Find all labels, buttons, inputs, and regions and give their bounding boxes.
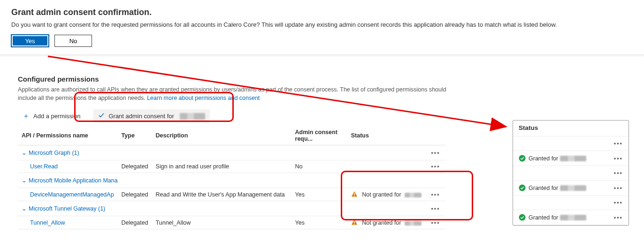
permission-row: DeviceManagementManagedAp Delegated Read…	[18, 188, 445, 201]
svg-rect-2	[354, 221, 354, 223]
permission-status	[347, 160, 426, 173]
permission-row: User.Read Delegated Sign in and read use…	[18, 160, 445, 173]
api-group-name[interactable]: Microsoft Mobile Application Mana	[29, 177, 118, 184]
svg-rect-0	[354, 193, 354, 195]
permission-type: Delegated	[118, 188, 152, 201]
plus-icon: ＋	[23, 112, 30, 121]
chevron-down-icon: ⌄	[22, 149, 27, 156]
warning-icon	[351, 191, 360, 198]
status-text: Not granted for	[362, 191, 401, 198]
permission-desc: Tunnel_Allow	[152, 216, 291, 229]
chevron-down-icon: ⌄	[22, 177, 27, 184]
section-title: Configured permissions	[18, 75, 644, 83]
success-icon	[519, 155, 529, 162]
api-group-name[interactable]: Microsoft Graph (1)	[29, 150, 79, 156]
permission-type: Delegated	[118, 216, 152, 229]
permission-desc: Read and Write the User's App Management…	[152, 188, 291, 201]
col-desc: Description	[152, 126, 291, 145]
no-button[interactable]: No	[54, 35, 92, 47]
svg-point-5	[519, 184, 525, 191]
more-icon[interactable]: •••	[426, 201, 445, 216]
col-status: Status	[347, 126, 426, 145]
dialog-button-row: Yes No	[11, 35, 633, 47]
chevron-down-icon: ⌄	[22, 205, 27, 212]
api-group-row[interactable]: ⌄Microsoft Graph (1) •••	[18, 145, 445, 160]
success-icon	[519, 184, 529, 191]
warning-icon	[351, 219, 360, 226]
status-text: Not granted for	[362, 219, 401, 226]
redacted-tenant-name	[560, 185, 586, 191]
check-icon	[98, 112, 105, 120]
svg-point-6	[519, 214, 525, 220]
status-text: Granted for	[529, 155, 558, 162]
learn-more-link[interactable]: Learn more about permissions and consent	[147, 95, 260, 101]
more-icon[interactable]: •••	[426, 145, 445, 160]
dialog-body: Do you want to grant consent for the req…	[11, 21, 633, 28]
more-icon[interactable]: •••	[614, 185, 623, 191]
api-group-row[interactable]: ⌄Microsoft Mobile Application Mana	[18, 173, 445, 188]
dialog-title: Grant admin consent confirmation.	[11, 8, 633, 17]
permission-link[interactable]: DeviceManagementManagedAp	[22, 191, 114, 198]
permission-status: Not granted for	[347, 216, 426, 229]
more-icon[interactable]: •••	[614, 140, 623, 147]
permission-admin: Yes	[291, 188, 347, 201]
success-icon	[519, 214, 529, 221]
svg-rect-1	[354, 196, 354, 196]
svg-point-4	[519, 155, 525, 161]
permission-link[interactable]: User.Read	[22, 163, 58, 170]
status-row: x•••	[513, 196, 629, 210]
more-icon[interactable]: •••	[426, 160, 445, 173]
more-icon[interactable]: •••	[426, 216, 445, 229]
status-row: Granted for •••	[513, 151, 629, 166]
status-text: Granted for	[529, 214, 558, 221]
redacted-tenant-name	[405, 193, 422, 197]
col-type: Type	[118, 126, 152, 145]
status-result-panel: Status x••• Granted for ••• x••• Granted…	[513, 120, 629, 226]
redacted-tenant-name	[560, 215, 586, 220]
more-icon[interactable]: •••	[426, 188, 445, 201]
permissions-table: API / Permissions name Type Description …	[18, 126, 445, 229]
col-admin: Admin consent requ...	[291, 126, 347, 145]
grant-admin-consent-button[interactable]: Grant admin consent for	[93, 109, 209, 123]
status-row: x•••	[513, 166, 629, 181]
redacted-tenant-name	[560, 156, 586, 161]
status-row: Granted for •••	[513, 210, 629, 225]
grant-consent-label: Grant admin consent for	[108, 113, 174, 120]
more-icon[interactable]: •••	[614, 214, 623, 221]
api-group-name[interactable]: Microsoft Tunnel Gateway (1)	[29, 205, 105, 212]
status-panel-heading: Status	[513, 121, 629, 136]
redacted-tenant-name	[180, 113, 205, 120]
api-group-row[interactable]: ⌄Microsoft Tunnel Gateway (1) •••	[18, 201, 445, 216]
status-row: Granted for •••	[513, 181, 629, 196]
permission-admin: No	[291, 160, 347, 173]
permission-type: Delegated	[118, 160, 152, 173]
more-icon[interactable]: •••	[614, 155, 623, 162]
permission-link[interactable]: Tunnel_Allow	[22, 219, 65, 226]
more-icon[interactable]: •••	[614, 199, 623, 206]
yes-button[interactable]: Yes	[11, 35, 49, 47]
status-text: Granted for	[529, 185, 558, 191]
permission-status: Not granted for	[347, 188, 426, 201]
col-api: API / Permissions name	[18, 126, 118, 145]
status-row: x•••	[513, 136, 629, 151]
consent-dialog: Grant admin consent confirmation. Do you…	[0, 0, 644, 55]
permission-admin: Yes	[291, 216, 347, 229]
more-icon[interactable]: •••	[614, 170, 623, 176]
permission-row: Tunnel_Allow Delegated Tunnel_Allow Yes …	[18, 216, 445, 229]
svg-rect-3	[354, 224, 354, 224]
permission-desc: Sign in and read user profile	[152, 160, 291, 173]
add-permission-button[interactable]: ＋ Add a permission	[18, 109, 85, 123]
add-permission-label: Add a permission	[33, 113, 80, 120]
table-header-row: API / Permissions name Type Description …	[18, 126, 445, 145]
section-description: Applications are authorized to call APIs…	[18, 86, 450, 102]
redacted-tenant-name	[405, 221, 422, 226]
